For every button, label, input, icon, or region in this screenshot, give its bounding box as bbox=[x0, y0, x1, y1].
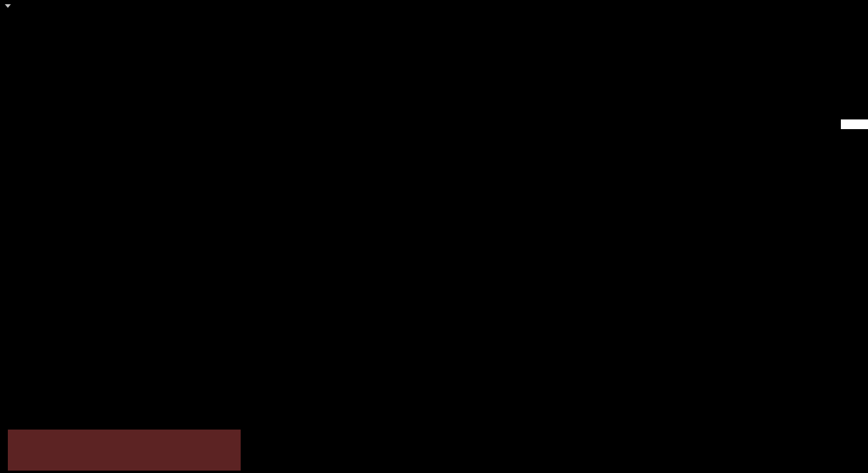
chart-title-bar bbox=[2, 3, 19, 8]
instaforex-watermark bbox=[8, 430, 241, 471]
chart-window bbox=[0, 0, 868, 473]
macd-indicator-label bbox=[3, 335, 14, 344]
symbol-dropdown-icon[interactable] bbox=[5, 4, 11, 8]
current-price-tag bbox=[841, 119, 868, 129]
chart-canvas[interactable] bbox=[0, 0, 868, 473]
